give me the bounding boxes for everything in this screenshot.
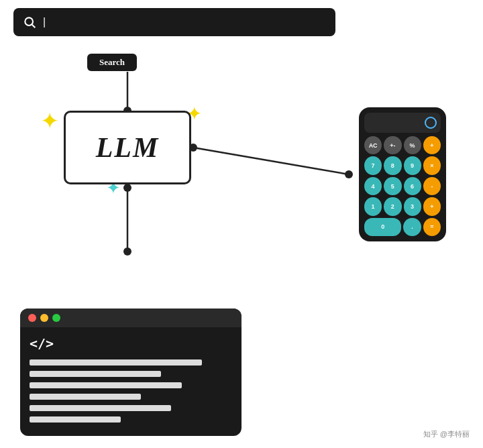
calc-display — [364, 113, 441, 133]
code-line-1 — [30, 359, 202, 366]
code-tag: </> — [30, 335, 232, 351]
search-input[interactable] — [43, 16, 326, 28]
illustration-area: Search ✦ ✦ ✦ LLM AC +- % + — [0, 44, 483, 446]
calc-9-button[interactable]: 9 — [404, 156, 421, 174]
search-label: Search — [87, 54, 137, 71]
search-icon — [23, 15, 36, 29]
code-line-2 — [30, 371, 161, 377]
calc-6-button[interactable]: 6 — [404, 177, 421, 195]
calc-add-button[interactable]: + — [423, 197, 441, 215]
llm-box: LLM — [64, 111, 191, 184]
search-bar[interactable] — [13, 8, 335, 36]
calc-percent-button[interactable]: % — [404, 136, 421, 154]
svg-point-0 — [25, 17, 33, 25]
calc-row-1: AC +- % + — [364, 136, 441, 154]
sparkle-yellow-left-icon: ✦ — [40, 107, 59, 134]
calc-minus-button[interactable]: - — [423, 177, 441, 195]
calc-5-button[interactable]: 5 — [384, 177, 401, 195]
calc-8-button[interactable]: 8 — [384, 156, 401, 174]
svg-point-9 — [345, 170, 353, 178]
calc-3-button[interactable]: 3 — [404, 197, 421, 215]
calc-row-5: 0 . = — [364, 218, 441, 236]
svg-point-5 — [123, 184, 131, 192]
svg-line-7 — [193, 148, 349, 174]
svg-point-6 — [123, 247, 131, 256]
calc-2-button[interactable]: 2 — [384, 197, 401, 215]
calc-ac-button[interactable]: AC — [364, 136, 382, 154]
terminal-dot-yellow — [40, 314, 48, 322]
calc-dot-button[interactable]: . — [403, 218, 421, 236]
calc-plus-button[interactable]: + — [423, 136, 441, 154]
calc-4-button[interactable]: 4 — [364, 177, 382, 195]
calc-display-icon — [425, 117, 437, 129]
code-line-4 — [30, 394, 141, 400]
terminal: </> — [20, 309, 241, 436]
calc-row-4: 1 2 3 + — [364, 197, 441, 215]
calc-row-3: 4 5 6 - — [364, 177, 441, 195]
calculator: AC +- % + 7 8 9 × 4 5 6 - 1 2 — [359, 107, 446, 241]
calc-plusminus-button[interactable]: +- — [384, 136, 401, 154]
calc-buttons: AC +- % + 7 8 9 × 4 5 6 - 1 2 — [364, 136, 441, 236]
calc-equals-button[interactable]: = — [423, 218, 441, 236]
terminal-body: </> — [20, 327, 241, 431]
calc-0-button[interactable]: 0 — [364, 218, 401, 236]
code-line-5 — [30, 405, 171, 411]
terminal-titlebar — [20, 309, 241, 327]
calc-1-button[interactable]: 1 — [364, 197, 382, 215]
watermark: 知乎 @李特丽 — [423, 429, 470, 439]
terminal-dot-green — [52, 314, 60, 322]
llm-label: LLM — [96, 131, 160, 164]
calc-row-2: 7 8 9 × — [364, 156, 441, 174]
calc-7-button[interactable]: 7 — [364, 156, 382, 174]
code-line-3 — [30, 382, 182, 388]
code-line-6 — [30, 416, 121, 423]
svg-line-1 — [32, 25, 36, 28]
calc-multiply-button[interactable]: × — [423, 156, 441, 174]
terminal-dot-red — [28, 314, 36, 322]
